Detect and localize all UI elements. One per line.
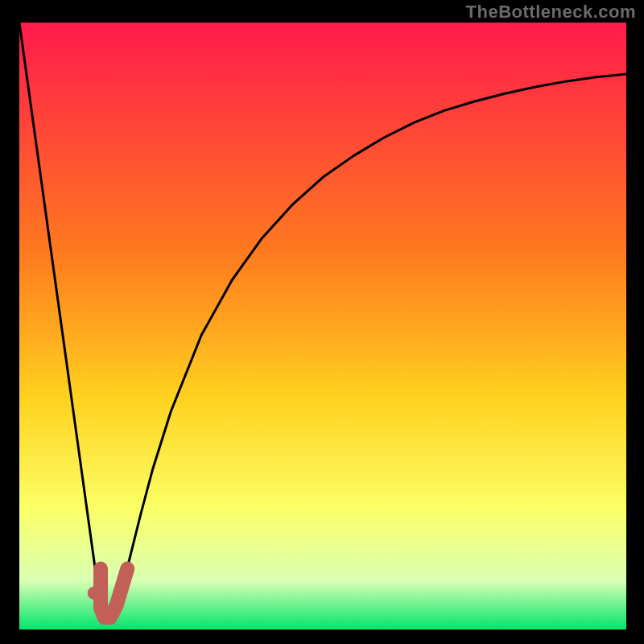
plot-area (19, 23, 626, 630)
dot-marker (88, 587, 101, 600)
chart-frame: TheBottleneck.com (0, 0, 644, 644)
watermark-text: TheBottleneck.com (466, 2, 636, 23)
gradient-background (19, 23, 626, 630)
bottleneck-plot (19, 23, 626, 630)
